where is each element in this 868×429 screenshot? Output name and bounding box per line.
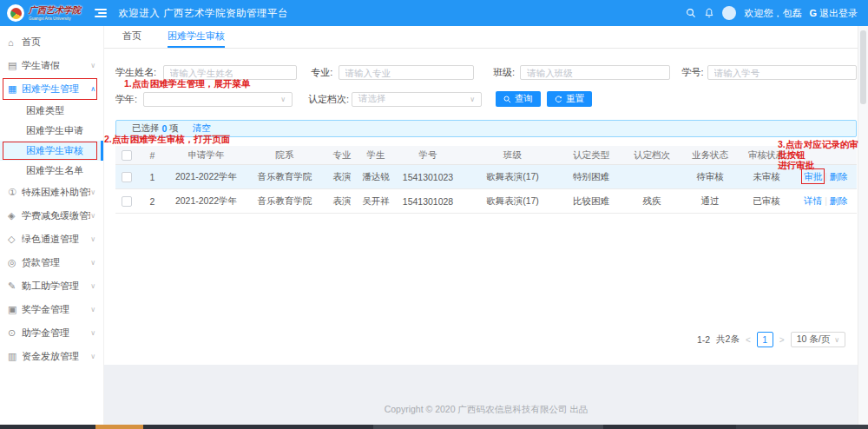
cell-college: 音乐教育学院 [246,189,324,214]
cell-biz-status: 通过 [682,189,738,214]
chevron-down-icon: ∨ [834,336,839,344]
level-select[interactable]: 请选择 ∨ [352,92,482,107]
leave-icon: ▤ [8,60,22,71]
green-channel-icon: ◇ [8,234,22,245]
chevron-down-icon: ∨ [90,329,95,337]
tuition-icon: ◈ [8,210,22,221]
col-type: 认定类型 [561,146,621,165]
page-footer: Copyright © 2020 广西码农信息科技有限公司 出品 [104,365,868,425]
logout-icon: G [809,8,817,18]
cell-audit-status: 未审核 [738,165,795,189]
col-student-no: 学号 [391,146,464,165]
cell-apply-year: 2021-2022学年 [167,189,246,214]
class-input[interactable] [520,65,669,80]
chevron-down-icon: ∨ [280,96,286,103]
app-window: 广西艺术学院 Guangxi Arts University 欢迎进入 广西艺术… [0,0,868,429]
sidebar-item-loan[interactable]: ◎ 贷款管理 ∨ [0,251,103,274]
current-page-button[interactable]: 1 [757,332,773,347]
sidebar-item-poor-list[interactable]: 困难学生名单 [0,161,103,181]
col-actions [795,146,857,165]
col-audit-status: 审核状态 [738,146,795,165]
major-label: 专业: [311,66,338,79]
delete-link[interactable]: 删除 [830,195,848,206]
school-year-select[interactable]: ∨ [143,92,293,107]
sidebar-item-special-subsidy[interactable]: ① 特殊困难补助管理 ∨ [0,181,103,204]
main-area: 首页 困难学生审核 学生姓名: 专业: 班级: 学号: 学年: ∨ [104,26,868,425]
search-button[interactable]: 查询 [496,91,541,107]
search-icon[interactable] [686,8,696,18]
tab-poor-student-audit[interactable]: 困难学生审核 [168,26,225,48]
sidebar-item-tuition-waiver[interactable]: ◈ 学费减免缓缴管理 ∨ [0,204,103,228]
col-apply-year: 申请学年 [167,146,246,165]
page-size-select[interactable]: 10 条/页 ∨ [791,332,845,347]
sidebar-item-home[interactable]: ⌂ 首页 [0,30,103,54]
cell-student-no: 1541301028 [391,189,464,214]
select-all-checkbox[interactable] [122,150,132,161]
pagination-range: 1-2 [697,334,710,345]
scholarship-icon: ▣ [8,304,22,315]
sidebar-item-student-leave[interactable]: ▤ 学生请假 ∨ [0,54,103,77]
cell-index: 1 [138,165,167,189]
sidebar-item-work-study[interactable]: ✎ 勤工助学管理 ∨ [0,274,103,298]
scrollbar[interactable] [858,26,868,425]
school-year-label: 学年: [115,93,143,106]
selected-count: 0 [162,123,168,134]
chevron-down-icon: ∨ [90,306,95,314]
logout-button[interactable]: G 退出登录 [809,7,858,20]
sidebar-item-green-channel[interactable]: ◇ 绿色通道管理 ∨ [0,228,103,251]
reload-icon [555,96,562,103]
school-name-en: Guangxi Arts University [29,16,71,20]
cell-audit-status: 已审核 [738,189,795,214]
funds-icon: ▥ [8,351,22,362]
sidebar: ⌂ 首页 ▤ 学生请假 ∨ ▦ 困难学生管理 ∧ 困难类型 困难学生申请 困难学… [0,26,104,425]
cell-student: 吴开祥 [360,189,391,214]
class-label: 班级: [493,66,520,79]
scrollbar-thumb[interactable] [860,30,866,104]
school-emblem-icon [7,4,24,22]
cell-class: 歌舞表演(17) [464,189,561,214]
chevron-up-icon: ∧ [90,85,95,93]
reset-button[interactable]: 重置 [547,91,592,107]
chevron-down-icon: ∨ [90,235,95,243]
sidebar-item-poor-audit[interactable]: 困难学生审核 [0,141,103,161]
sidebar-item-poor-student-management[interactable]: ▦ 困难学生管理 ∧ [0,77,103,101]
menu-collapse-icon[interactable] [95,9,107,17]
next-page-button[interactable]: > [779,335,785,345]
pagination: 1-2 共2条 < 1 > 10 条/页 ∨ [697,332,845,347]
clear-selection-link[interactable]: 清空 [193,122,211,135]
school-logo: 广西艺术学院 Guangxi Arts University [7,4,82,22]
chevron-down-icon: ∨ [90,282,95,290]
col-major: 专业 [324,146,360,165]
table-row: 2 2021-2022学年 音乐教育学院 表演 吴开祥 1541301028 歌… [115,189,857,214]
loan-icon: ◎ [8,257,22,268]
cell-student-no: 1541301023 [391,165,464,189]
user-avatar[interactable] [722,6,736,20]
row-checkbox[interactable] [122,172,132,182]
sidebar-item-grant[interactable]: ⊙ 助学金管理 ∨ [0,321,103,345]
row-checkbox[interactable] [122,196,132,207]
detail-link[interactable]: 详情 [804,195,822,206]
sidebar-item-poor-type[interactable]: 困难类型 [0,101,103,121]
notification-bell-icon[interactable] [704,8,714,18]
student-name-input[interactable] [163,65,298,80]
approve-link[interactable]: 审批 [804,171,822,182]
selection-info-bar: 已选择 0 项 清空 [115,120,857,137]
major-input[interactable] [339,65,475,80]
cell-level: 残疾 [621,189,682,214]
tab-home[interactable]: 首页 [122,26,141,48]
col-student: 学生 [360,146,391,165]
student-no-input[interactable] [707,65,857,80]
delete-link[interactable]: 删除 [830,171,848,182]
cell-major: 表演 [324,165,360,189]
cell-biz-status: 待审核 [682,165,738,189]
sidebar-item-scholarship[interactable]: ▣ 奖学金管理 ∨ [0,298,103,321]
subsidy-icon: ① [8,187,22,198]
cell-major: 表演 [324,189,360,214]
cell-class: 歌舞表演(17) [464,165,561,189]
sidebar-item-poor-apply[interactable]: 困难学生申请 [0,121,103,141]
cell-type: 比较困难 [561,189,621,214]
prev-page-button[interactable]: < [746,335,751,345]
cell-student: 潘达锐 [360,165,391,189]
table-header-row: # 申请学年 院系 专业 学生 学号 班级 认定类型 认定档次 业务状态 审核状… [115,146,857,165]
sidebar-item-funds-release[interactable]: ▥ 资金发放管理 ∨ [0,345,103,368]
